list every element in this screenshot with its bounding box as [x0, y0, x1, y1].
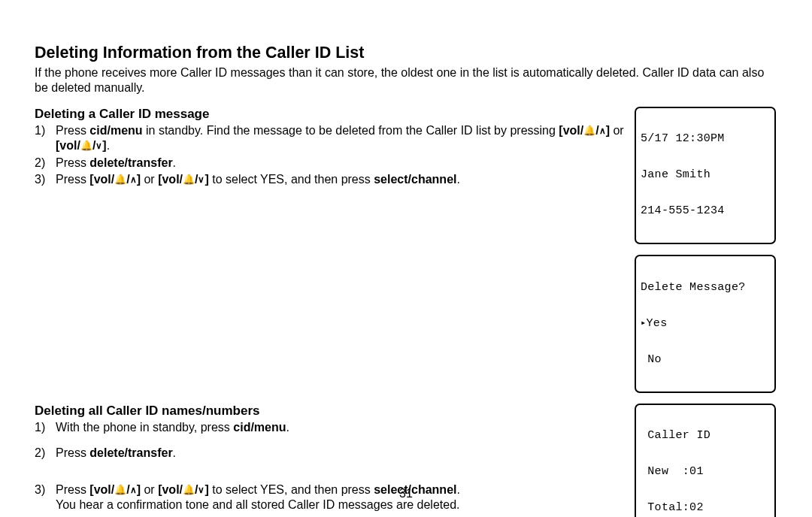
key-delete-transfer: delete/transfer	[89, 156, 172, 169]
section-a-body: Deleting a Caller ID message Press cid/m…	[35, 107, 635, 195]
key-delete-transfer: delete/transfer	[89, 446, 172, 459]
bell-icon: 🔔	[183, 174, 195, 184]
lcd-line: Delete Message?	[641, 282, 770, 294]
lcd-line: Total:02	[641, 502, 770, 514]
bell-icon: 🔔	[114, 174, 126, 184]
lcd-line: 214-555-1234	[641, 205, 770, 217]
key-select-channel: select/channel	[374, 173, 456, 186]
key-vol-down: [vol/🔔/∨]	[56, 139, 107, 152]
key-cid-menu: cid/menu	[233, 421, 286, 434]
key-cid-menu: cid/menu	[89, 124, 142, 137]
bell-icon: 🔔	[583, 125, 595, 135]
step-b2: Press delete/transfer.	[35, 446, 629, 480]
lcd-caller-id-entry: 5/17 12:30PM Jane Smith 214-555-1234	[635, 107, 776, 245]
manual-page: Deleting Information from the Caller ID …	[0, 0, 812, 517]
key-vol-up: [vol/🔔/∧]	[559, 124, 610, 137]
chevron-down-icon: ∨	[95, 141, 102, 150]
section-a-heading: Deleting a Caller ID message	[35, 107, 629, 122]
section-a-steps: Press cid/menu in standby. Find the mess…	[35, 123, 629, 188]
key-vol-down: [vol/🔔/∨]	[158, 173, 209, 186]
step-a3: Press [vol/🔔/∧] or [vol/🔔/∨] to select Y…	[35, 172, 629, 187]
page-title: Deleting Information from the Caller ID …	[35, 44, 776, 62]
lcd-line: ▸Yes	[641, 318, 770, 330]
section-delete-single: Deleting a Caller ID message Press cid/m…	[35, 107, 776, 404]
lcd-line: Jane Smith	[641, 169, 770, 181]
step-a2: Press delete/transfer.	[35, 156, 629, 171]
key-vol-up: [vol/🔔/∧]	[89, 173, 141, 186]
lcd-delete-message-prompt: Delete Message? ▸Yes No	[635, 255, 776, 393]
cursor-right-icon: ▸	[641, 319, 647, 328]
intro-paragraph: If the phone receives more Caller ID mes…	[35, 65, 776, 96]
lcd-line: Caller ID	[641, 430, 770, 442]
section-a-screens: 5/17 12:30PM Jane Smith 214-555-1234 Del…	[635, 107, 776, 404]
bell-icon: 🔔	[80, 141, 92, 150]
section-b-heading: Deleting all Caller ID names/numbers	[35, 404, 629, 419]
lcd-line: No	[641, 354, 770, 366]
page-number: 31	[0, 487, 812, 500]
lcd-line: New :01	[641, 466, 770, 478]
step-a1: Press cid/menu in standby. Find the mess…	[35, 123, 629, 154]
lcd-line: 5/17 12:30PM	[641, 133, 770, 145]
chevron-up-icon: ∧	[599, 126, 606, 135]
chevron-up-icon: ∧	[130, 175, 137, 184]
step-b1: With the phone in standby, press cid/men…	[35, 420, 629, 444]
